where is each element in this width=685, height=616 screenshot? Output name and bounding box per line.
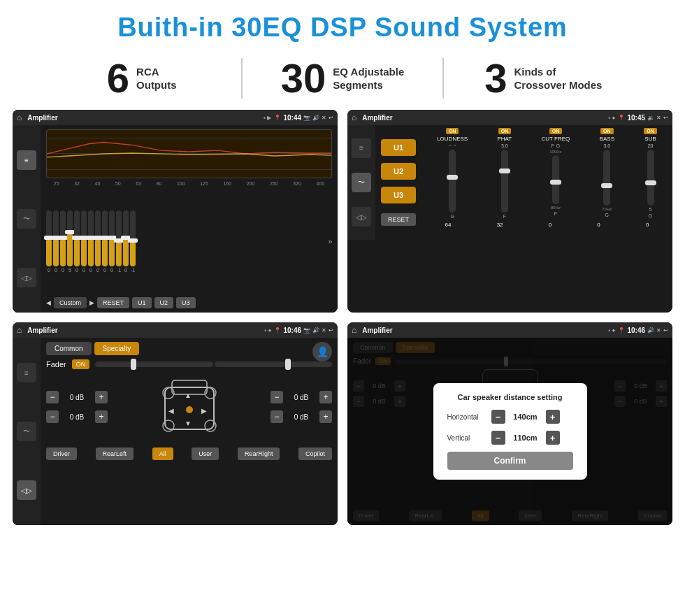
cross-home-icon[interactable]: ⌂ <box>352 113 356 122</box>
fader-sidebar-wave-icon[interactable]: 〜 <box>17 422 36 441</box>
eq-sliders-row: 0 0 0 5 0 <box>46 189 332 294</box>
fader-time: 10:46 <box>283 327 301 334</box>
svg-text:◀: ◀ <box>168 407 174 415</box>
cross-bass-hz: 70Hz <box>602 207 612 211</box>
dialog-vertical-value: 110cm <box>511 434 540 442</box>
cross-reset-btn[interactable]: RESET <box>381 213 416 226</box>
eq-screen-icon: ✕ <box>322 115 326 121</box>
fader-db-plus-rl[interactable]: + <box>95 410 108 423</box>
eq-time: 10:44 <box>283 114 301 122</box>
eq-slider-9[interactable]: 0 <box>102 210 108 273</box>
cross-u3-btn[interactable]: U3 <box>381 187 416 203</box>
cross-sliders-container: ON LOUDNESS ~~ G ON PHAT 3.0 <box>421 125 672 240</box>
fader-db-minus-rr[interactable]: − <box>271 410 283 423</box>
dialog-vertical-label: Vertical <box>447 434 486 442</box>
eq-next-arrow[interactable]: ▶ <box>89 299 94 306</box>
fader-tab-specialty[interactable]: Specialty <box>94 342 140 355</box>
eq-u1-btn[interactable]: U1 <box>132 297 152 308</box>
cross-sub-slider[interactable] <box>647 150 654 206</box>
eq-slider-4[interactable]: 5 <box>67 210 73 273</box>
fader-status-bar: ⌂ Amplifier ▪ ● 📍 10:46 📷 🔊 ✕ ↩ <box>13 322 338 338</box>
fader-h-bar1[interactable] <box>95 361 212 367</box>
cross-sub-on[interactable]: ON <box>644 128 657 134</box>
cross-phat-slider[interactable] <box>501 150 508 213</box>
eq-reset-btn[interactable]: RESET <box>97 297 129 308</box>
fader-db-minus-fl[interactable]: − <box>46 391 59 403</box>
fader-db-control-rr: − 0 dB + <box>271 410 332 423</box>
stat-text-rca: RCAOutputs <box>136 65 177 92</box>
fader-db-minus-rl[interactable]: − <box>46 410 59 423</box>
eq-u2-btn[interactable]: U2 <box>154 297 174 308</box>
eq-prev-arrow[interactable]: ◀ <box>46 299 51 306</box>
eq-home-icon[interactable]: ⌂ <box>17 113 22 122</box>
dialog-screen: ⌂ Amplifier ▪ ● 📍 10:46 🔊 ✕ ↩ Common Spe… <box>347 322 672 525</box>
eq-slider-3[interactable]: 0 <box>60 210 66 273</box>
dialog-vertical-plus[interactable]: + <box>546 431 560 445</box>
dialog-horizontal-plus[interactable]: + <box>546 410 560 424</box>
fader-db-plus-fr[interactable]: + <box>319 391 332 403</box>
fader-label: Fader <box>46 360 66 368</box>
fader-btn-rearleft[interactable]: RearLeft <box>96 447 134 460</box>
dialog-confirm-button[interactable]: Confirm <box>447 452 573 470</box>
fader-h-bar2[interactable] <box>215 361 332 367</box>
eq-sidebar-eq-icon[interactable]: ≡ <box>17 150 36 170</box>
fader-person-icon[interactable]: 👤 <box>312 342 332 361</box>
dialog-vertical-minus[interactable]: − <box>491 431 505 445</box>
fader-db-plus-rr[interactable]: + <box>319 410 332 423</box>
eq-slider-2[interactable]: 0 <box>53 210 59 273</box>
svg-text:▲: ▲ <box>185 392 192 399</box>
cross-sidebar-wave-icon[interactable]: 〜 <box>352 173 371 192</box>
fader-tab-common[interactable]: Common <box>46 342 92 355</box>
dialog-horizontal-label: Horizontal <box>447 413 486 421</box>
fader-sidebar-speaker-icon[interactable]: ◁▷ <box>17 480 36 500</box>
dialog-content: Common Specialty Fader ON − 0 dB <box>347 338 672 525</box>
cross-u1-btn[interactable]: U1 <box>381 139 416 156</box>
cross-bass-on[interactable]: ON <box>600 128 614 134</box>
cross-sub-col: ON SUB 20 5 G <box>644 128 657 219</box>
cross-sidebar-speaker-icon[interactable]: ◁▷ <box>352 207 371 227</box>
fader-db-val-rr: 0 dB <box>287 413 315 421</box>
fader-db-minus-fr[interactable]: − <box>271 391 283 403</box>
fader-status-icons: 📍 10:46 📷 🔊 ✕ ↩ <box>274 327 333 334</box>
cross-loudness-on[interactable]: ON <box>446 128 459 134</box>
eq-more-icon[interactable]: » <box>328 238 332 245</box>
cross-loudness-slider[interactable] <box>449 150 456 213</box>
eq-slider-1[interactable]: 0 <box>46 210 52 273</box>
fader-db-plus-fl[interactable]: + <box>95 391 108 403</box>
cross-phat-on[interactable]: ON <box>498 128 512 134</box>
fader-btn-rearright[interactable]: RearRight <box>238 447 280 460</box>
fader-left-db-controls: − 0 dB + − 0 dB + <box>46 391 108 426</box>
fader-btn-all[interactable]: All <box>152 447 173 460</box>
dialog-home-icon[interactable]: ⌂ <box>352 325 356 335</box>
cross-cutfreq-slider[interactable] <box>552 155 559 204</box>
fader-btn-copilot[interactable]: Copilot <box>298 447 332 460</box>
fader-on-badge[interactable]: ON <box>72 359 90 369</box>
cross-u-buttons: U1 U2 U3 RESET <box>375 125 421 240</box>
eq-sidebar-speaker-icon[interactable]: ◁▷ <box>17 268 36 287</box>
eq-slider-6[interactable]: 0 <box>81 210 87 273</box>
fader-sidebar-eq-icon[interactable]: ≡ <box>17 363 36 382</box>
eq-content: ≡ 〜 ◁▷ 25324050638010012 <box>13 125 338 313</box>
dialog-horizontal-value: 140cm <box>511 413 540 421</box>
eq-sidebar-wave-icon[interactable]: 〜 <box>17 209 36 229</box>
cross-cutfreq-label: CUT FREQ <box>542 136 570 142</box>
dialog-status-bar: ⌂ Amplifier ▪ ● 📍 10:46 🔊 ✕ ↩ <box>347 322 672 338</box>
dialog-horizontal-row: Horizontal − 140cm + <box>447 410 573 424</box>
fader-home-icon[interactable]: ⌂ <box>17 325 22 335</box>
dialog-horizontal-minus[interactable]: − <box>491 410 505 424</box>
eq-slider-11[interactable]: -1 <box>116 210 122 273</box>
fader-btn-driver[interactable]: Driver <box>46 447 77 460</box>
cross-cutfreq-on[interactable]: ON <box>549 128 563 134</box>
fader-btn-user[interactable]: User <box>192 447 219 460</box>
eq-slider-7[interactable]: 0 <box>88 210 94 273</box>
eq-slider-8[interactable]: 0 <box>95 210 101 273</box>
dialog-vertical-row: Vertical − 110cm + <box>447 431 573 445</box>
cross-screen-icon: ✕ <box>656 115 661 121</box>
eq-slider-5[interactable]: 0 <box>74 210 80 273</box>
eq-u3-btn[interactable]: U3 <box>176 297 196 308</box>
eq-slider-13[interactable]: -1 <box>130 210 136 273</box>
eq-status-icons: 📍 10:44 📷 🔊 ✕ ↩ <box>274 114 333 122</box>
cross-u2-btn[interactable]: U2 <box>381 163 416 180</box>
cross-sidebar-eq-icon[interactable]: ≡ <box>352 138 371 158</box>
cross-bass-slider[interactable] <box>603 150 610 206</box>
